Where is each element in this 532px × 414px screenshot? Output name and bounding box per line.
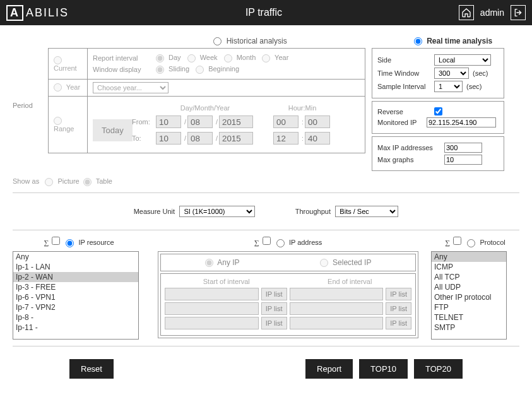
top20-button[interactable]: TOP20 xyxy=(414,359,463,379)
max-ip-input[interactable] xyxy=(444,143,482,153)
picture-radio xyxy=(45,178,53,186)
end-int-2 xyxy=(290,302,384,315)
list-item[interactable]: Ip-2 - WAN xyxy=(13,272,138,282)
max-graphs-input[interactable] xyxy=(444,155,482,165)
monitored-ip-input[interactable] xyxy=(427,117,496,127)
side-select[interactable]: Local xyxy=(434,54,491,66)
ipaddr-radio[interactable] xyxy=(276,239,285,247)
time-window-select[interactable]: 300 xyxy=(434,68,469,79)
ipres-sum-check[interactable] xyxy=(52,237,60,245)
iplist-btn-1a[interactable]: IP list xyxy=(261,288,287,300)
today-button: Today xyxy=(93,119,133,141)
realtime-radio[interactable] xyxy=(414,37,422,45)
start-int-3 xyxy=(165,317,259,329)
week-radio xyxy=(187,54,196,62)
beginning-radio xyxy=(196,66,204,74)
period-label: Period xyxy=(13,48,42,109)
iplist-btn-3b[interactable]: IP list xyxy=(386,317,411,329)
month-radio xyxy=(224,54,232,62)
list-item[interactable]: TELNET xyxy=(432,312,506,322)
range-radio xyxy=(54,117,62,125)
realtime-label: Real time analysis xyxy=(427,37,492,45)
throughput-select[interactable]: Bits / Sec xyxy=(335,206,398,217)
to-year xyxy=(219,132,253,145)
end-int-3 xyxy=(290,317,384,329)
start-int-1 xyxy=(165,288,259,300)
from-year xyxy=(219,115,253,128)
logo-icon: A xyxy=(6,5,23,21)
to-day xyxy=(156,132,181,145)
from-min xyxy=(305,115,330,128)
end-int-1 xyxy=(290,288,384,300)
top10-button[interactable]: TOP10 xyxy=(359,359,408,379)
table-radio xyxy=(83,178,92,186)
protocol-list[interactable]: AnyICMPAll TCPAll UDPOther IP protocolFT… xyxy=(431,251,507,340)
reset-button[interactable]: Reset xyxy=(69,359,114,379)
report-button[interactable]: Report xyxy=(305,359,353,379)
list-item[interactable]: All TCP xyxy=(432,272,506,282)
list-item[interactable]: FTP xyxy=(432,302,506,312)
list-item[interactable]: Ip-6 - VPN1 xyxy=(13,292,138,302)
selected-ip-radio xyxy=(320,259,328,267)
list-item[interactable]: Other IP protocol xyxy=(432,292,506,302)
user-label: admin xyxy=(480,8,504,18)
brand-text: ABILIS xyxy=(26,6,69,20)
list-item[interactable]: ICMP xyxy=(432,262,506,272)
ip-resource-list[interactable]: AnyIp-1 - LANIp-2 - WANIp-3 - FREEIp-6 -… xyxy=(13,251,139,340)
any-ip-radio xyxy=(205,259,213,267)
list-item[interactable]: SMTP xyxy=(432,322,506,333)
iplist-btn-3a[interactable]: IP list xyxy=(261,317,287,329)
to-month xyxy=(187,132,213,145)
iplist-btn-1b[interactable]: IP list xyxy=(386,288,411,300)
period-table: Current Report interval Day Week Month Y… xyxy=(48,48,365,153)
day-radio xyxy=(156,54,164,62)
sample-interval-select[interactable]: 1 xyxy=(434,81,463,92)
list-item[interactable]: Any xyxy=(13,252,138,262)
year-period-radio xyxy=(54,83,62,92)
brand-logo: A ABILIS xyxy=(6,5,69,21)
historical-radio[interactable] xyxy=(213,37,222,45)
measure-unit-select[interactable]: SI (1K=1000) xyxy=(179,206,255,217)
from-month xyxy=(187,115,213,128)
list-item[interactable]: Ip-8 - xyxy=(13,312,138,322)
to-min xyxy=(305,132,330,145)
year-radio xyxy=(262,54,270,62)
iplist-btn-2a[interactable]: IP list xyxy=(261,302,287,315)
reverse-checkbox[interactable] xyxy=(434,107,442,115)
list-item[interactable]: Ip-7 - VPN2 xyxy=(13,302,138,312)
from-day xyxy=(156,115,181,128)
list-item[interactable]: Ip-3 - FREE xyxy=(13,282,138,292)
to-hour xyxy=(273,132,299,145)
list-item[interactable]: Ip-11 - xyxy=(13,322,138,333)
list-item[interactable]: Ip-1 - LAN xyxy=(13,262,138,272)
home-icon[interactable] xyxy=(459,5,474,20)
choose-year-select: Choose year... xyxy=(93,82,168,93)
ipres-radio[interactable] xyxy=(66,239,74,247)
proto-radio[interactable] xyxy=(467,239,475,247)
from-hour xyxy=(273,115,299,128)
proto-sum-check[interactable] xyxy=(453,237,461,245)
ipaddr-sum-check[interactable] xyxy=(263,237,271,245)
page-title: IP traffic xyxy=(69,7,459,18)
sliding-radio xyxy=(156,66,164,74)
historical-label: Historical analysis xyxy=(227,37,287,45)
list-item[interactable]: All UDP xyxy=(432,282,506,292)
list-item[interactable]: Any xyxy=(432,252,506,262)
start-int-2 xyxy=(165,302,259,315)
iplist-btn-2b[interactable]: IP list xyxy=(386,302,411,315)
logout-icon[interactable] xyxy=(511,5,526,20)
current-radio xyxy=(54,56,62,64)
